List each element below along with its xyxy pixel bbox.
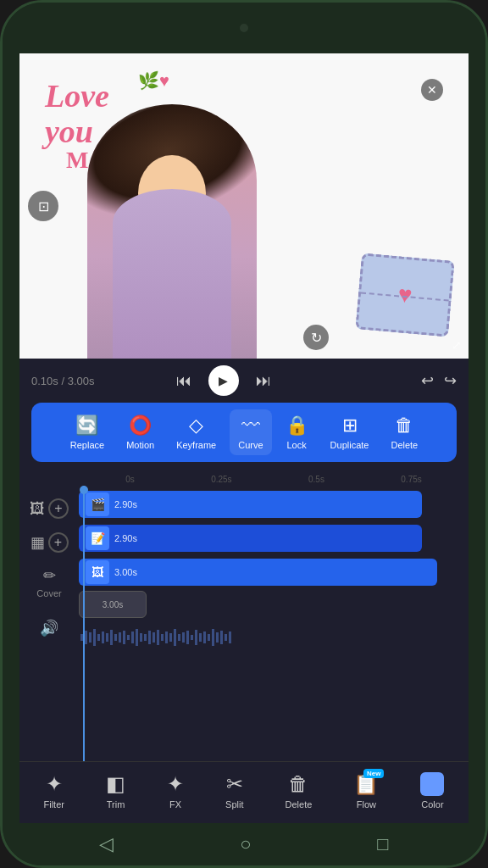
lock-action[interactable]: 🔒 Lock (277, 409, 317, 455)
ruler-mark-0: 0s (125, 475, 135, 484)
trim-icon: ◧ (106, 772, 125, 796)
clip-thumbnail-3: 🖼 (86, 560, 109, 584)
fx-tool[interactable]: ✦ FX (160, 769, 191, 813)
play-button[interactable]: ▶ (208, 365, 239, 396)
track-clip-2[interactable]: 📝 2.90s (79, 525, 422, 552)
current-time: 0.10s (31, 375, 58, 387)
motion-label: Motion (126, 440, 154, 450)
pen-icon: ✏ (43, 566, 56, 585)
timeline-header: 0.10s / 3.00s ⏮ ▶ ⏭ ↩ ↪ (19, 359, 469, 403)
woman-figure (87, 104, 257, 359)
svg-rect-12 (131, 632, 134, 643)
svg-rect-1 (85, 631, 87, 644)
cover-track: 3.00s (79, 591, 469, 621)
delete-action[interactable]: 🗑 Delete (382, 409, 426, 455)
clip-thumb-icon-3: 🖼 (92, 565, 103, 579)
screenshot-icon: ⊡ (38, 198, 49, 214)
timeline-ruler: 0s 0.25s 0.5s 0.75s (79, 469, 469, 486)
motion-action[interactable]: ⭕ Motion (118, 409, 163, 455)
delete-label: Delete (391, 440, 418, 450)
phone-frame: Loveyou MOM 🌿♥ ♥ ✕ (0, 0, 488, 868)
svg-rect-29 (203, 632, 206, 643)
total-time: 3.00s (68, 375, 95, 387)
close-sticker-button[interactable]: ✕ (421, 79, 443, 101)
svg-rect-15 (144, 634, 147, 641)
svg-rect-5 (102, 632, 104, 643)
svg-rect-34 (225, 634, 227, 641)
svg-rect-26 (191, 635, 193, 640)
recents-button[interactable]: □ (377, 833, 388, 855)
fx-label: FX (169, 799, 181, 810)
svg-rect-25 (186, 631, 189, 644)
duplicate-action[interactable]: ⊞ Duplicate (322, 409, 378, 455)
cover-label: Cover (36, 588, 61, 598)
undo-button[interactable]: ↩ (421, 371, 434, 390)
add-track-button[interactable]: + (48, 498, 69, 519)
ruler-mark-2: 0.5s (308, 475, 324, 484)
playhead[interactable] (83, 486, 85, 761)
svg-rect-9 (119, 632, 121, 643)
time-display: 0.10s / 3.00s (31, 375, 94, 387)
svg-rect-4 (97, 634, 100, 641)
skip-forward-button[interactable]: ⏭ (256, 372, 271, 390)
back-button[interactable]: ◁ (99, 833, 114, 855)
svg-rect-19 (161, 634, 164, 641)
svg-rect-13 (136, 629, 138, 646)
filter-tool[interactable]: ✦ Filter (37, 769, 71, 813)
audio-icon: 🔊 (40, 620, 58, 637)
svg-rect-14 (140, 633, 142, 642)
track-clip-3[interactable]: 🖼 3.00s (79, 559, 437, 586)
clip-duration-1: 2.90s (114, 499, 137, 509)
cover-clip[interactable]: 3.00s (79, 591, 147, 618)
hearts-decoration: 🌿♥ (138, 70, 169, 91)
timeline-area: 🖼 + ▦ + ✏ Cover 🔊 (19, 469, 469, 761)
delete-tool[interactable]: 🗑 Delete (279, 769, 319, 813)
redo-button[interactable]: ↪ (444, 371, 457, 390)
rotate-button[interactable]: ↻ (303, 325, 329, 350)
replace-action[interactable]: 🔄 Replace (62, 409, 113, 455)
svg-rect-27 (195, 630, 197, 645)
undo-redo-controls: ↩ ↪ (421, 371, 457, 390)
track-row-3: 🖼 3.00s (79, 557, 469, 587)
phone-top-bar (3, 3, 485, 53)
close-icon: ✕ (427, 83, 437, 97)
rotate-icon: ↻ (311, 330, 322, 346)
svg-rect-31 (212, 629, 214, 646)
audio-controls: 🔊 (40, 619, 58, 637)
expand-icon: ⤢ (452, 338, 462, 352)
svg-rect-7 (110, 630, 113, 645)
add-track-button-2[interactable]: + (48, 532, 69, 553)
replace-icon: 🔄 (75, 415, 98, 437)
svg-rect-10 (123, 631, 125, 644)
playback-controls: ⏮ ▶ ⏭ (176, 365, 271, 396)
cover-clip-duration: 3.00s (103, 600, 123, 609)
svg-rect-22 (174, 629, 176, 646)
split-label: Split (225, 799, 243, 810)
toolbar-section: 0.10s / 3.00s ⏮ ▶ ⏭ ↩ ↪ (19, 359, 469, 823)
curve-action[interactable]: 〰 Curve (230, 409, 271, 455)
svg-rect-23 (178, 634, 180, 641)
track-controls-1: 🖼 + (30, 498, 69, 519)
curve-label: Curve (238, 440, 263, 450)
lock-icon: 🔒 (286, 415, 308, 437)
tracks-container: 🎬 2.90s 📝 2.90s (79, 486, 469, 761)
trim-tool[interactable]: ◧ Trim (99, 769, 132, 813)
svg-rect-2 (89, 632, 92, 643)
keyframe-action[interactable]: ◇ Keyframe (168, 409, 225, 455)
split-tool[interactable]: ✂ Split (219, 769, 250, 813)
clip-duration-2: 2.90s (114, 533, 137, 543)
expand-button[interactable]: ⤢ (452, 338, 462, 352)
flow-tool[interactable]: New 📋 Flow (347, 769, 385, 813)
svg-rect-33 (220, 631, 223, 644)
skip-back-button[interactable]: ⏮ (176, 372, 191, 390)
envelope-sticker[interactable]: ♥ (355, 253, 454, 337)
track-clip-1[interactable]: 🎬 2.90s (79, 491, 422, 518)
color-tool[interactable]: Color (413, 769, 451, 813)
svg-rect-24 (182, 632, 185, 643)
screenshot-button[interactable]: ⊡ (28, 191, 58, 221)
home-button[interactable]: ○ (240, 833, 251, 855)
timeline-right: 0s 0.25s 0.5s 0.75s 🎬 (79, 469, 469, 761)
color-swatch-icon (420, 772, 444, 796)
flow-label: Flow (357, 799, 376, 810)
duplicate-icon: ⊞ (342, 415, 358, 437)
